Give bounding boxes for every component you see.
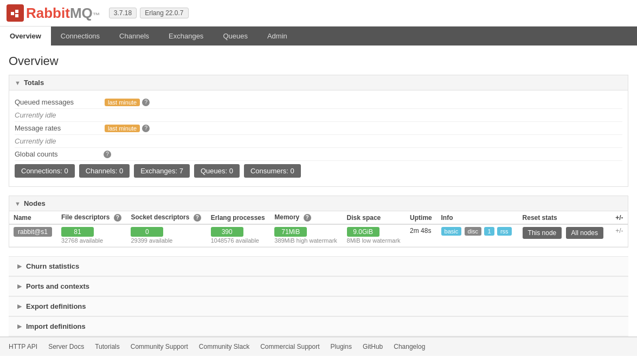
import-arrow: ▶ <box>17 323 22 330</box>
export-arrow: ▶ <box>17 303 22 310</box>
rates-badge[interactable]: last minute <box>105 125 140 132</box>
erlang-proc-value: 390 <box>211 227 243 237</box>
col-reset: Reset stats <box>518 211 612 224</box>
nav-item-channels[interactable]: Channels <box>110 27 159 46</box>
info-basic-btn[interactable]: basic <box>441 227 462 236</box>
footer-tutorials[interactable]: Tutorials <box>95 343 120 350</box>
memory-help[interactable]: ? <box>304 214 311 222</box>
logo-icon <box>7 4 24 22</box>
footer-community-support[interactable]: Community Support <box>131 343 188 350</box>
nav-item-exchanges[interactable]: Exchanges <box>159 27 213 46</box>
footer-server-docs[interactable]: Server Docs <box>48 343 84 350</box>
socket-desc-cell: 0 29399 available <box>126 224 206 247</box>
footer-plugins[interactable]: Plugins <box>331 343 352 350</box>
import-section: ▶ Import definitions <box>9 316 628 336</box>
socket-desc-help[interactable]: ? <box>194 214 201 222</box>
file-desc-value: 81 <box>61 227 94 237</box>
churn-section: ▶ Churn statistics <box>9 256 628 276</box>
nodes-table: Name File descriptors ? Socket descripto… <box>9 211 628 247</box>
col-erlang-proc: Erlang processes <box>207 211 271 224</box>
file-desc-help[interactable]: ? <box>114 214 121 222</box>
nodes-title: Nodes <box>24 199 46 207</box>
churn-title: Churn statistics <box>26 262 79 270</box>
memory-sub: 389MiB high watermark <box>274 237 337 244</box>
ports-section: ▶ Ports and contexts <box>9 276 628 296</box>
col-disk: Disk space <box>343 211 406 224</box>
queued-status-row: Currently idle <box>15 109 622 122</box>
info-cell: basic disc 1 rss <box>437 224 518 247</box>
totals-arrow: ▼ <box>15 80 21 86</box>
footer-github[interactable]: GitHub <box>363 343 383 350</box>
socket-desc-value: 0 <box>131 227 163 237</box>
header: RabbitMQ™ 3.7.18 Erlang 22.0.7 <box>0 0 637 27</box>
nodes-content: Name File descriptors ? Socket descripto… <box>9 211 628 247</box>
reset-cell: This node All nodes <box>518 224 612 247</box>
totals-section: ▼ Totals Queued messages last minute ? C… <box>9 75 628 187</box>
col-memory: Memory ? <box>270 211 342 224</box>
page-title: Overview <box>9 54 628 68</box>
global-help-icon[interactable]: ? <box>104 151 111 158</box>
export-header[interactable]: ▶ Export definitions <box>9 297 628 316</box>
nodes-arrow: ▼ <box>15 200 21 207</box>
this-node-button[interactable]: This node <box>523 227 562 239</box>
node-name-cell: rabbit@s1 <box>9 224 57 247</box>
queued-row: Queued messages last minute ? <box>15 96 622 109</box>
socket-desc-sub: 29399 available <box>131 237 172 244</box>
nav-item-queues[interactable]: Queues <box>213 27 258 46</box>
connections-count[interactable]: Connections: 0 <box>15 164 75 178</box>
svg-rect-2 <box>15 14 18 17</box>
global-label: Global counts <box>15 150 101 158</box>
info-rss-btn[interactable]: rss <box>497 227 512 236</box>
nodes-table-body: rabbit@s1 81 32768 available 0 29399 ava… <box>9 224 628 247</box>
nav: Overview Connections Channels Exchanges … <box>0 27 637 46</box>
logo-text: RabbitMQ™ <box>26 5 100 22</box>
rates-row: Message rates last minute ? <box>15 122 622 135</box>
uptime-value: 2m 48s <box>410 227 431 235</box>
file-desc-cell: 81 32768 available <box>57 224 126 247</box>
footer-http-api[interactable]: HTTP API <box>9 343 37 350</box>
nav-item-connections[interactable]: Connections <box>51 27 110 46</box>
exchanges-count[interactable]: Exchanges: 7 <box>134 164 190 178</box>
import-header[interactable]: ▶ Import definitions <box>9 317 628 336</box>
consumers-count[interactable]: Consumers: 0 <box>244 164 301 178</box>
node-name: rabbit@s1 <box>14 227 52 237</box>
erlang-proc-sub: 1048576 available <box>211 237 259 244</box>
info-disc-btn[interactable]: disc <box>465 227 482 236</box>
erlang-proc-cell: 390 1048576 available <box>207 224 271 247</box>
uptime-cell: 2m 48s <box>406 224 436 247</box>
totals-header[interactable]: ▼ Totals <box>9 75 628 90</box>
footer-community-slack[interactable]: Community Slack <box>199 343 249 350</box>
queues-count[interactable]: Queues: 0 <box>194 164 240 178</box>
queued-status: Currently idle <box>15 111 56 119</box>
queued-badge[interactable]: last minute <box>105 99 140 106</box>
footer: HTTP API Server Docs Tutorials Community… <box>0 336 637 356</box>
nodes-header[interactable]: ▼ Nodes <box>9 196 628 211</box>
col-name: Name <box>9 211 57 224</box>
export-section: ▶ Export definitions <box>9 296 628 316</box>
totals-title: Totals <box>24 79 44 87</box>
disk-sub: 8MiB low watermark <box>347 237 401 244</box>
plusminus-cell: +/- <box>611 224 628 247</box>
export-title: Export definitions <box>26 302 86 310</box>
memory-value: 71MiB <box>274 227 307 237</box>
footer-changelog[interactable]: Changelog <box>394 343 425 350</box>
channels-count[interactable]: Channels: 0 <box>79 164 130 178</box>
col-plusminus: +/- <box>611 211 628 224</box>
ports-header[interactable]: ▶ Ports and contexts <box>9 277 628 296</box>
col-socket-desc: Socket descriptors ? <box>126 211 206 224</box>
info-number-btn[interactable]: 1 <box>484 227 494 236</box>
col-uptime: Uptime <box>406 211 436 224</box>
footer-commercial-support[interactable]: Commercial Support <box>260 343 319 350</box>
nodes-table-head: Name File descriptors ? Socket descripto… <box>9 211 628 224</box>
queued-help-icon[interactable]: ? <box>142 99 150 106</box>
file-desc-sub: 32768 available <box>61 237 103 244</box>
rates-help-icon[interactable]: ? <box>142 125 150 132</box>
global-row: Global counts ? <box>15 148 622 161</box>
disk-cell: 9.0GiB 8MiB low watermark <box>343 224 406 247</box>
all-nodes-button[interactable]: All nodes <box>566 227 603 239</box>
import-title: Import definitions <box>26 322 86 330</box>
nav-item-overview[interactable]: Overview <box>0 27 51 46</box>
nav-item-admin[interactable]: Admin <box>258 27 297 46</box>
table-row: rabbit@s1 81 32768 available 0 29399 ava… <box>9 224 628 247</box>
churn-header[interactable]: ▶ Churn statistics <box>9 257 628 276</box>
